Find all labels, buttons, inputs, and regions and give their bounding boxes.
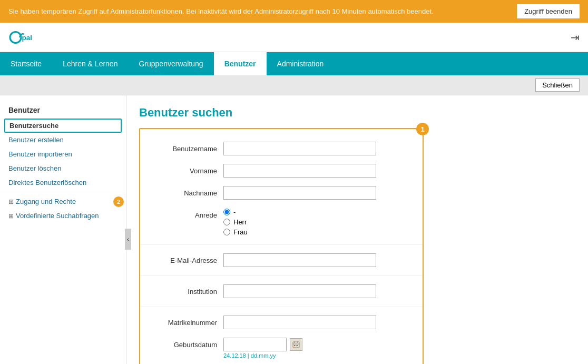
svg-text:pal: pal	[22, 33, 33, 41]
institution-row: Institution	[140, 280, 423, 302]
nav-startseite[interactable]: Startseite	[0, 52, 52, 75]
svg-rect-7	[296, 345, 297, 346]
nachname-row: Nachname	[140, 182, 423, 204]
sidebar-suchabfragen[interactable]: ⊞ Vordefinierte Suchabfragen	[0, 209, 126, 223]
content-area: Benutzer suchen 1 Benutzername Vorname N…	[126, 95, 588, 364]
matrikel-label: Matrikelnummer	[149, 316, 217, 327]
nachname-input[interactable]	[223, 186, 376, 200]
svg-rect-2	[293, 342, 299, 348]
anrede-option-dash[interactable]: -	[223, 208, 414, 216]
badge-zugang: 2	[113, 196, 124, 207]
header: pal ⇥	[0, 23, 588, 52]
institution-control	[223, 284, 414, 298]
anrede-option-frau[interactable]: Frau	[223, 228, 414, 236]
sidebar: Benutzer Benutzersuche Benutzer erstelle…	[0, 95, 126, 364]
benutzername-label: Benutzername	[149, 142, 217, 153]
banner-text: Sie haben temporären Zugriff auf Adminis…	[8, 7, 508, 15]
sidebar-item-direktloeschen[interactable]: Direktes Benutzerlöschen	[0, 175, 126, 190]
email-input[interactable]	[223, 253, 376, 267]
anrede-label: Anrede	[149, 208, 217, 219]
anrede-radio-herr[interactable]	[223, 219, 230, 225]
email-control	[223, 253, 414, 267]
geburt-label: Geburtsdatum	[149, 338, 217, 349]
search-form: 1 Benutzername Vorname Nachname	[139, 128, 424, 364]
logo-svg: pal	[8, 28, 40, 47]
anrede-radio-frau[interactable]	[223, 229, 230, 235]
anrede-radio-dash[interactable]	[223, 209, 230, 215]
calendar-svg	[292, 341, 300, 348]
nav-benutzer[interactable]: Benutzer	[214, 52, 267, 75]
benutzername-row: Benutzername	[140, 137, 423, 160]
sidebar-collapse-handle[interactable]: ‹	[125, 229, 131, 250]
sidebar-item-loeschen[interactable]: Benutzer löschen	[0, 161, 126, 175]
email-label: E-Mail-Adresse	[149, 253, 217, 264]
admin-warning-banner: Sie haben temporären Zugriff auf Adminis…	[0, 0, 588, 23]
form-badge-1: 1	[416, 123, 429, 135]
nav-lehren-lernen[interactable]: Lehren & Lernen	[52, 52, 128, 75]
institution-label: Institution	[149, 284, 217, 296]
page-title: Benutzer suchen	[139, 106, 575, 120]
sidebar-item-benutzersuche[interactable]: Benutzersuche	[4, 119, 122, 133]
close-button[interactable]: Schließen	[535, 78, 580, 92]
sidebar-title: Benutzer	[0, 104, 126, 119]
vorname-row: Vorname	[140, 160, 423, 182]
sidebar-zugang-label: Zugang und Rechte	[16, 198, 76, 205]
matrikel-control	[223, 316, 414, 329]
svg-rect-6	[294, 345, 295, 346]
anrede-herr-text: Herr	[233, 218, 247, 226]
benutzername-input[interactable]	[223, 142, 376, 155]
geburt-row: Geburtsdatum	[140, 333, 423, 363]
geburt-control: 24.12.18 | dd.mm.yy	[223, 338, 414, 359]
nachname-control	[223, 186, 414, 200]
matrikel-row: Matrikelnummer	[140, 311, 423, 333]
sidebar-item-importieren[interactable]: Benutzer importieren	[0, 147, 126, 161]
benutzername-control	[223, 142, 414, 155]
anrede-control: - Herr Frau	[223, 208, 414, 236]
logout-icon[interactable]: ⇥	[571, 31, 580, 44]
geburt-input[interactable]	[223, 338, 287, 351]
vorname-label: Vorname	[149, 164, 217, 175]
svg-point-0	[10, 32, 21, 43]
svg-rect-8	[297, 345, 298, 346]
sidebar-suchabfragen-label: Vordefinierte Suchabfragen	[16, 212, 99, 220]
expand-icon-suchabfragen: ⊞	[8, 212, 14, 220]
anrede-option-herr[interactable]: Herr	[223, 218, 414, 226]
nachname-label: Nachname	[149, 186, 217, 197]
nav-administration[interactable]: Administration	[267, 52, 335, 75]
main-nav: Startseite Lehren & Lernen Gruppenverwal…	[0, 52, 588, 75]
date-hint: 24.12.18 | dd.mm.yy	[223, 352, 414, 359]
sidebar-zugang-rechte[interactable]: ⊞ Zugang und Rechte 2	[0, 194, 126, 209]
anrede-row: Anrede - Herr Frau	[140, 204, 423, 240]
main-layout: Benutzer Benutzersuche Benutzer erstelle…	[0, 95, 588, 364]
email-row: E-Mail-Adresse	[140, 249, 423, 271]
sidebar-item-erstellen[interactable]: Benutzer erstellen	[0, 133, 126, 147]
calendar-icon[interactable]	[290, 338, 302, 351]
vorname-control	[223, 164, 414, 178]
end-access-button[interactable]: Zugriff beenden	[517, 4, 580, 18]
nav-gruppenverwaltung[interactable]: Gruppenverwaltung	[128, 52, 213, 75]
vorname-input[interactable]	[223, 164, 376, 178]
matrikel-input[interactable]	[223, 316, 376, 329]
expand-icon-zugang: ⊞	[8, 198, 14, 205]
institution-input[interactable]	[223, 284, 376, 298]
logo: pal	[8, 28, 40, 47]
sub-header-bar: Schließen	[0, 75, 588, 95]
date-input-wrap	[223, 338, 414, 351]
anrede-dash-text: -	[233, 208, 236, 216]
anrede-frau-text: Frau	[233, 228, 248, 236]
